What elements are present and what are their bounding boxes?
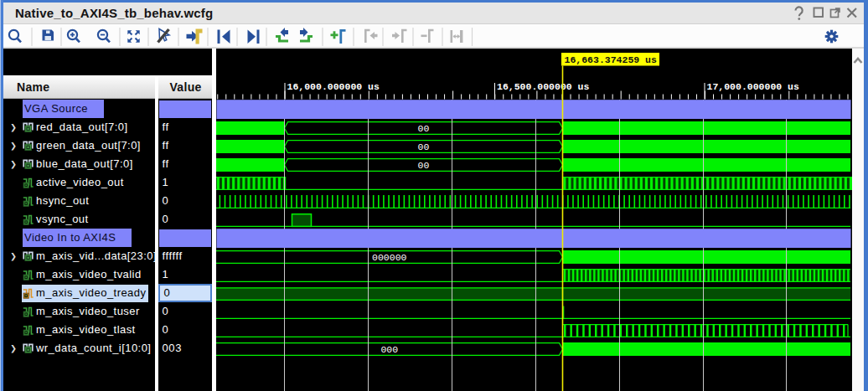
- svg-text:17,000.000000 us: 17,000.000000 us: [707, 81, 800, 92]
- svg-text:16,500.000000 us: 16,500.000000 us: [497, 81, 590, 92]
- svg-text:00: 00: [418, 141, 430, 152]
- svg-text:16,663.374259 us: 16,663.374259 us: [565, 54, 658, 65]
- svg-text:00: 00: [418, 160, 430, 171]
- svg-text:000000: 000000: [372, 252, 407, 263]
- svg-text:16,000.000000 us: 16,000.000000 us: [287, 81, 380, 92]
- svg-text:00: 00: [418, 123, 430, 134]
- svg-text:000: 000: [380, 344, 398, 355]
